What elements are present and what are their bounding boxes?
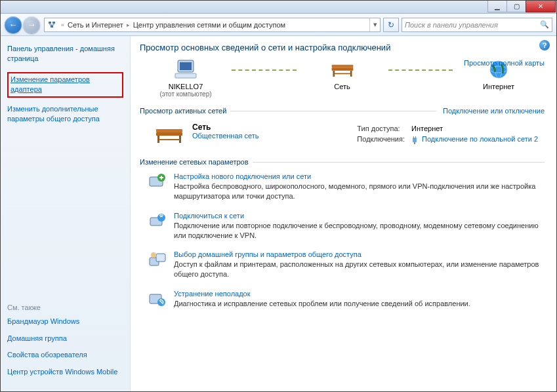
svg-rect-2 [51,26,53,28]
map-connector [388,69,453,71]
svg-rect-6 [331,65,353,68]
breadcrumb-seg-2[interactable]: Центр управления сетями и общим доступом [132,21,287,29]
svg-rect-0 [49,22,51,24]
close-button[interactable]: ✕ [526,1,556,12]
search-input[interactable]: Поиск в панели управления 🔍 [402,18,552,32]
task-title[interactable]: Настройка нового подключения или сети [174,172,545,180]
minimize-button[interactable]: ▁ [487,1,507,12]
svg-rect-19 [413,138,417,142]
svg-rect-5 [175,73,196,78]
back-button[interactable]: ← [5,16,22,33]
map-node3-name: Интернет [453,83,545,90]
highlighted-link-box: Изменение параметров адаптера [7,72,123,98]
adapter-settings-link[interactable]: Изменение параметров адаптера [10,75,120,95]
svg-rect-18 [159,139,180,140]
svg-rect-22 [414,142,415,144]
task-title[interactable]: Устранение неполадок [174,290,470,298]
troubleshoot-icon [148,290,167,308]
chevron-icon: « [59,22,66,28]
svg-rect-14 [156,129,182,132]
access-type-label: Тип доступа: [357,124,410,133]
task-homegroup: Выбор домашней группы и параметров общег… [140,246,545,286]
connection-link[interactable]: Подключение по локальной сети 2 [422,135,538,143]
titlebar: ▁ ▢ ✕ [1,1,556,14]
map-connector [232,69,297,71]
new-connection-icon [148,172,167,191]
svg-rect-10 [334,73,350,74]
tasks-list: Настройка нового подключения или сети На… [140,168,545,315]
see-also-label: См. также [7,304,123,311]
network-icon [47,20,57,30]
control-panel-home-link[interactable]: Панель управления - домашняя страница [7,44,123,64]
full-map-link[interactable]: Просмотр полной карты [464,59,545,67]
computer-icon [173,59,199,80]
page-title: Просмотр основных сведений о сети и наст… [140,43,545,52]
maximize-button[interactable]: ▢ [506,1,526,12]
plug-icon [411,136,418,144]
svg-rect-7 [331,68,353,71]
sidebar: Панель управления - домашняя страница Из… [1,36,131,391]
access-type-value: Интернет [411,124,543,133]
breadcrumb-seg-1[interactable]: Сеть и Интернет [66,21,125,29]
change-settings-header: Изменение сетевых параметров [140,154,545,168]
map-node2-name: Сеть [297,83,388,90]
svg-rect-4 [180,62,192,70]
bench-icon [329,59,356,80]
help-icon[interactable]: ? [539,40,550,50]
svg-rect-15 [156,132,182,136]
svg-rect-21 [415,136,416,138]
task-title[interactable]: Выбор домашней группы и параметров общег… [174,250,545,258]
active-network-row: Сеть Общественная сеть Тип доступа: Инте… [140,117,545,154]
bench-icon [153,123,186,146]
main-pane: ? Просмотр основных сведений о сети и на… [131,36,556,391]
connect-icon [148,212,167,230]
advanced-sharing-link[interactable]: Изменить дополнительные параметры общего… [7,104,123,125]
task-desc: Доступ к файлам и принтерам, расположенн… [174,260,545,279]
search-placeholder: Поиск в панели управления [405,21,498,29]
forward-button[interactable]: → [23,16,40,33]
map-node-network: Сеть [297,59,388,90]
wmdc-link[interactable]: Центр устройств Windows Mobile [7,367,123,377]
change-settings-label: Изменение сетевых параметров [140,158,249,166]
connections-label: Подключения: [357,134,410,145]
homegroup-link[interactable]: Домашняя группа [7,334,123,343]
network-map: NIKELLO7 (этот компьютер) Сеть Интернет [140,59,545,98]
task-title[interactable]: Подключиться к сети [174,212,545,220]
breadcrumb-dropdown[interactable]: ▾ [369,18,380,31]
svg-point-29 [151,252,156,258]
svg-rect-20 [413,136,414,138]
internet-options-link[interactable]: Свойства обозревателя [7,350,123,360]
svg-rect-1 [52,22,55,24]
map-node1-sub: (этот компьютер) [140,90,232,98]
homegroup-icon [148,250,167,269]
svg-rect-28 [156,254,165,262]
task-troubleshoot: Устранение неполадок Диагностика и испра… [140,286,545,315]
task-desc: Диагностика и исправление сетевых пробле… [174,299,470,309]
navbar: ← → « Сеть и Интернет ▸ Центр управления… [1,14,556,36]
breadcrumb[interactable]: « Сеть и Интернет ▸ Центр управления сет… [44,18,381,32]
network-type-link[interactable]: Общественная сеть [192,132,259,140]
network-properties: Тип доступа: Интернет Подключения: Подкл… [356,123,545,146]
task-connect: Подключиться к сети Подключение или повт… [140,208,545,247]
map-node-computer: NIKELLO7 (этот компьютер) [140,59,232,98]
task-desc: Настройка беспроводного, широкополосного… [174,182,545,201]
task-desc: Подключение или повторное подключение к … [174,221,545,241]
firewall-link[interactable]: Брандмауэр Windows [7,317,123,326]
map-node1-name: NIKELLO7 [140,83,232,90]
active-networks-header: Просмотр активных сетей Подключение или … [140,103,545,117]
connect-disconnect-link[interactable]: Подключение или отключение [443,107,545,115]
network-name: Сеть [192,123,259,132]
window: ▁ ▢ ✕ ← → « Сеть и Интернет ▸ Центр упра… [0,0,557,392]
task-new-connection: Настройка нового подключения или сети На… [140,168,545,208]
refresh-button[interactable]: ↻ [383,18,399,32]
active-networks-label: Просмотр активных сетей [140,107,226,115]
chevron-right-icon: ▸ [125,22,132,28]
search-icon: 🔍 [540,20,549,29]
